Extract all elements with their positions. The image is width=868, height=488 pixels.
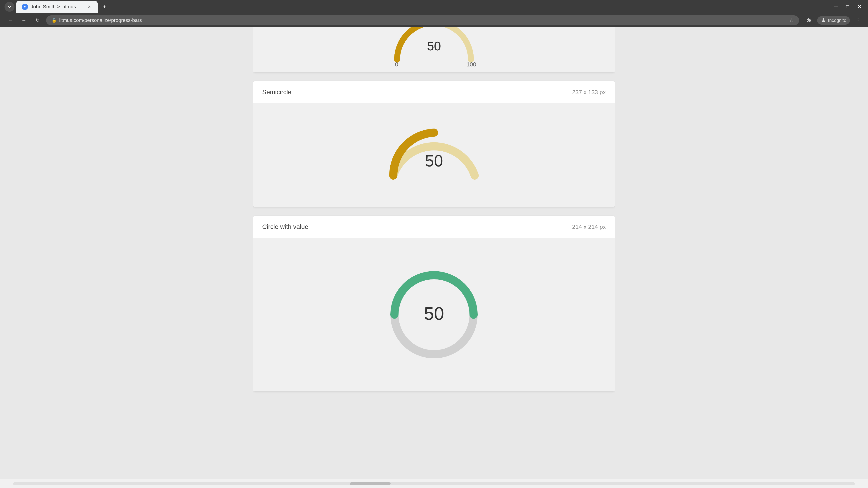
circle-card: Circle with value 214 x 214 px 50	[253, 216, 615, 391]
tab-close-button[interactable]: ✕	[86, 4, 92, 10]
horizontal-scrollbar: ‹ ›	[0, 479, 868, 488]
url-bar[interactable]: 🔒 litmus.com/personalize/progress-bars ☆	[46, 15, 799, 25]
semicircle-label: Semicircle	[262, 89, 291, 96]
top-gauge-svg: 50 0 100	[380, 27, 488, 68]
tab-title: John Smith > Litmus	[31, 4, 83, 10]
minimize-button[interactable]: ─	[832, 3, 840, 11]
tab-bar: John Smith > Litmus ✕ + ─ □ ✕	[0, 0, 868, 13]
semicircle-gauge-svg: 50	[377, 119, 491, 191]
page-content: 50 0 100 Semicircle 237 x 133 px	[0, 27, 868, 479]
url-text: litmus.com/personalize/progress-bars	[59, 18, 786, 23]
svg-text:50: 50	[427, 39, 441, 53]
more-menu-button[interactable]: ⋮	[854, 16, 863, 25]
maximize-button[interactable]: □	[844, 3, 852, 11]
forward-button[interactable]: →	[19, 15, 29, 25]
scroll-left-button[interactable]: ‹	[4, 480, 11, 487]
tab-favicon	[22, 4, 28, 10]
new-tab-button[interactable]: +	[99, 2, 110, 12]
incognito-label: Incognito	[828, 18, 846, 23]
semicircle-dimensions: 237 x 133 px	[572, 89, 606, 96]
scroll-right-button[interactable]: ›	[857, 480, 864, 487]
window-controls: ─ □ ✕	[832, 3, 864, 11]
top-partial-card: 50 0 100	[253, 27, 615, 72]
svg-text:0: 0	[395, 61, 398, 67]
back-button[interactable]: ←	[5, 15, 16, 25]
top-partial-card-body: 50 0 100	[253, 27, 615, 72]
circle-dimensions: 214 x 214 px	[572, 223, 606, 230]
semicircle-card: Semicircle 237 x 133 px 50	[253, 81, 615, 207]
incognito-button[interactable]: Incognito	[817, 16, 850, 25]
reload-button[interactable]: ↻	[33, 15, 42, 25]
lock-icon: 🔒	[52, 18, 57, 23]
svg-text:50: 50	[425, 152, 443, 170]
scrollbar-thumb[interactable]	[350, 482, 391, 485]
active-tab[interactable]: John Smith > Litmus ✕	[16, 1, 98, 13]
bookmark-star-icon[interactable]: ☆	[789, 18, 794, 23]
circle-label: Circle with value	[262, 223, 308, 230]
circle-gauge-svg: 50	[382, 263, 486, 367]
tab-list-button[interactable]	[4, 2, 14, 12]
svg-point-1	[24, 6, 26, 7]
content-area: 50 0 100 Semicircle 237 x 133 px	[253, 27, 615, 479]
close-button[interactable]: ✕	[855, 3, 864, 11]
address-bar: ← → ↻ 🔒 litmus.com/personalize/progress-…	[0, 13, 868, 27]
semicircle-card-body: 50	[253, 103, 615, 207]
browser-chrome: John Smith > Litmus ✕ + ─ □ ✕ ← → ↻ 🔒 li…	[0, 0, 868, 27]
semicircle-card-header: Semicircle 237 x 133 px	[253, 81, 615, 103]
scrollbar-track[interactable]	[13, 482, 855, 485]
circle-gauge-container: 50	[382, 263, 486, 367]
circle-card-body: 50	[253, 238, 615, 391]
semicircle-gauge-container: 50	[377, 119, 491, 191]
browser-menu-icons: Incognito ⋮	[804, 16, 863, 25]
circle-card-header: Circle with value 214 x 214 px	[253, 216, 615, 238]
extensions-button[interactable]	[804, 16, 813, 25]
svg-text:100: 100	[467, 61, 476, 67]
top-gauge-container: 50 0 100	[380, 27, 488, 68]
svg-text:50: 50	[424, 303, 444, 324]
incognito-icon	[821, 17, 826, 24]
